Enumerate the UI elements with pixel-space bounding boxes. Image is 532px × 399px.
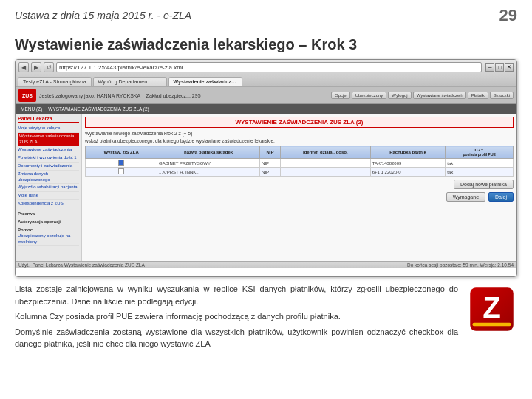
step-description: Wystawianie nowego zaświadczenia krok 2 … bbox=[85, 131, 514, 136]
description-text: Lista zostaje zainicjowana w wyniku wysz… bbox=[15, 283, 458, 353]
close-button[interactable]: ✕ bbox=[505, 63, 514, 72]
col-header-wystaw: Wystaw. z/S ZLA bbox=[86, 146, 157, 159]
sidebar-section-przerwa: Przerwa bbox=[18, 211, 79, 216]
bottom-buttons: Dodaj nowe płatnika bbox=[85, 180, 514, 189]
zus-nav: MENU (Z) WYSTAWIANE ZAŚWIADCZENIA ZUS ZL… bbox=[16, 104, 516, 114]
zus-main: WYSTAWIENIE ZAŚWIADCZENIA ZUS ZLA (2) Wy… bbox=[82, 114, 516, 261]
sidebar-section-pomoc: Pomoc bbox=[18, 227, 79, 233]
table-row: GABINET PRZETYSOWY NIP TAK/14082009 tak bbox=[86, 159, 514, 168]
cell-name-1: GABINET PRZETYSOWY bbox=[157, 159, 260, 168]
cell-nip-2: NIP bbox=[260, 168, 281, 177]
tab-3-active[interactable]: Wystawienie zaświadczenia... bbox=[168, 77, 242, 86]
col-header-rachubka: Rachubka płatnik bbox=[370, 146, 445, 159]
btn-ubezpieczony[interactable]: Ubezpieczony bbox=[352, 92, 387, 99]
zus-header: ZUS Jesteś zalogowany jako: HANNA RYCKSK… bbox=[16, 87, 516, 104]
btn-pomoc[interactable]: Sztuczki bbox=[490, 92, 514, 99]
status-bar: Użyt.: Panel Lekarza Wystawienie zaświad… bbox=[16, 261, 516, 268]
col-header-czy: CZY posiada profil PUE bbox=[446, 146, 514, 159]
col-header-nazwa: nazwa płatnika składek bbox=[157, 146, 260, 159]
dalej-button[interactable]: Dalej bbox=[488, 192, 514, 202]
sidebar-item-wyjazd[interactable]: Wyjazd o rehabilitacji pacjenta bbox=[18, 184, 79, 192]
paragraph-3: Domyślnie zaświadczenia zostaną wystawio… bbox=[15, 326, 458, 350]
cell-rachubka-1: TAK/14082009 bbox=[370, 159, 445, 168]
address-bar[interactable]: https://127.1.1.25:443/platnik/e-lekarz/… bbox=[56, 62, 482, 72]
checkbox-1[interactable] bbox=[118, 160, 124, 166]
window-controls: ─ □ ✕ bbox=[485, 63, 514, 72]
dodaj-platnika-button[interactable]: Dodaj nowe płatnika bbox=[454, 180, 514, 189]
tab-2[interactable]: Wybór g Departamen... Rozwiąz... bbox=[93, 77, 167, 86]
paragraph-1: Lista zostaje zainicjowana w wyniku wysz… bbox=[15, 283, 458, 307]
status-left: Użyt.: Panel Lekarza Wystawienie zaświad… bbox=[18, 262, 145, 267]
back-button[interactable]: ◀ bbox=[18, 62, 29, 72]
btn-wyloguj[interactable]: Wyloguj bbox=[388, 92, 411, 99]
tab-1[interactable]: Testy eZLA - Strona główna bbox=[18, 77, 92, 86]
col-header-nip: NIP bbox=[260, 146, 281, 159]
cell-nip-1: NIP bbox=[260, 159, 281, 168]
sidebar-item-korespondencja[interactable]: Korespondencja z ZUS bbox=[18, 200, 79, 208]
address-text: https://127.1.1.25:443/platnik/e-lekarz/… bbox=[59, 64, 183, 71]
cell-check-1[interactable] bbox=[86, 159, 157, 168]
zus-logo: ZUS bbox=[18, 89, 36, 102]
zus-cabinet: Zakład ubezpiecz... 295 bbox=[146, 93, 201, 98]
cell-podatnik-2: tak bbox=[446, 168, 514, 177]
sidebar-item-dokumenty[interactable]: Dokumenty i zaświadczenia bbox=[18, 163, 79, 171]
document-title: Ustawa z dnia 15 maja 2015 r. - e-ZLA bbox=[15, 10, 191, 21]
zus-actions: Opcje Ubezpieczony Wyloguj Wystawiane św… bbox=[331, 92, 514, 99]
sidebar-item-dane[interactable]: Moje dane bbox=[18, 192, 79, 200]
zus-app: ZUS Jesteś zalogowany jako: HANNA RYCKSK… bbox=[16, 87, 516, 268]
sidebar-item-wizyty[interactable]: Moje wizyty w kolejce bbox=[18, 125, 79, 133]
cell-check-2[interactable] bbox=[86, 168, 157, 177]
minimize-button[interactable]: ─ bbox=[485, 63, 494, 72]
platnik-table: Wystaw. z/S ZLA nazwa płatnika składek N… bbox=[85, 146, 514, 177]
forward-button[interactable]: ▶ bbox=[31, 62, 41, 72]
btn-opcje[interactable]: Opcje bbox=[331, 92, 350, 99]
btn-kontakt[interactable]: Wystawiane świadczeń bbox=[413, 92, 466, 99]
sidebar-section-autoryzacja: Autoryzacja operacji bbox=[18, 219, 79, 225]
zus-logo-svg: Z ZUS bbox=[468, 285, 516, 333]
top-bar: Ustawa z dnia 15 maja 2015 r. - e-ZLA 29 bbox=[15, 6, 517, 25]
cell-podatnik-1: tak bbox=[446, 159, 514, 168]
page-container: Ustawa z dnia 15 maja 2015 r. - e-ZLA 29… bbox=[0, 0, 532, 399]
refresh-button[interactable]: ↺ bbox=[44, 62, 54, 72]
sidebar-item-wystawienie[interactable]: Wystawienie zaświadczenia ZUS ZLA bbox=[18, 133, 79, 147]
content-section: Lista zostaje zainicjowana w wyniku wysz… bbox=[15, 283, 517, 353]
table-row: ...K/PRST H. INNK... NIP 6+1 1 22020-0 t… bbox=[86, 168, 514, 177]
maximize-button[interactable]: □ bbox=[495, 63, 504, 72]
col-header-identyf: identyf. dzialal. gosp. bbox=[280, 146, 370, 159]
browser-window: ◀ ▶ ↺ https://127.1.1.25:443/platnik/e-l… bbox=[15, 59, 517, 277]
nav-menu[interactable]: MENU (Z) bbox=[18, 106, 44, 112]
sidebar-item-powtorki[interactable]: Po wtórki i wznowienia dość 1 bbox=[18, 154, 79, 163]
sidebar-item-wystawione[interactable]: Wystawione zaświadczenia bbox=[18, 146, 79, 154]
browser-tabs: Testy eZLA - Strona główna Wybór g Depar… bbox=[16, 75, 516, 87]
cell-name-2: ...K/PRST H. INNK... bbox=[157, 168, 260, 177]
zus-logo-large: Z ZUS bbox=[466, 283, 517, 335]
divider bbox=[15, 30, 517, 30]
svg-text:Z: Z bbox=[482, 291, 501, 324]
btn-platnik[interactable]: Płatnik bbox=[468, 92, 488, 99]
zus-content: Panel Lekarza Moje wizyty w kolejce Wyst… bbox=[16, 114, 516, 261]
sidebar-title: Panel Lekarza bbox=[18, 116, 79, 123]
page-number: 29 bbox=[499, 6, 517, 25]
zus-main-title: WYSTAWIENIE ZAŚWIADCZENIA ZUS ZLA (2) bbox=[85, 117, 514, 128]
checkbox-2[interactable] bbox=[118, 168, 124, 174]
zus-user-info: Jesteś zalogowany jako: HANNA RYCKSKA Za… bbox=[39, 93, 201, 98]
cell-identyf-1 bbox=[280, 159, 370, 168]
nav-wystawiane[interactable]: WYSTAWIANE ZAŚWIADCZENIA ZUS ZLA (2) bbox=[46, 106, 151, 112]
step-sub-description: wskaż płatnika ubezpieczonego, dla które… bbox=[85, 138, 514, 143]
status-right: Do końca sesji pozostało: 59 min. Wersja… bbox=[407, 262, 514, 267]
zus-sidebar: Panel Lekarza Moje wizyty w kolejce Wyst… bbox=[16, 114, 82, 261]
cell-identyf-2 bbox=[280, 168, 370, 177]
paragraph-2: Kolumna Czy posiada profil PUE zawiera i… bbox=[15, 310, 458, 323]
sidebar-item-zmiana[interactable]: Zmiana danych ubezpieczonego bbox=[18, 171, 79, 185]
cell-rachubka-2: 6+1 1 22020-0 bbox=[370, 168, 445, 177]
wymagane-button[interactable]: Wymagane bbox=[446, 192, 485, 202]
browser-chrome: ◀ ▶ ↺ https://127.1.1.25:443/platnik/e-l… bbox=[16, 60, 516, 75]
section-title: Wystawienie zaświadczenia lekarskiego – … bbox=[15, 36, 517, 53]
sidebar-item-ubezpieczony[interactable]: Ubezpieczony oczekuje na zwolniony bbox=[18, 233, 79, 247]
